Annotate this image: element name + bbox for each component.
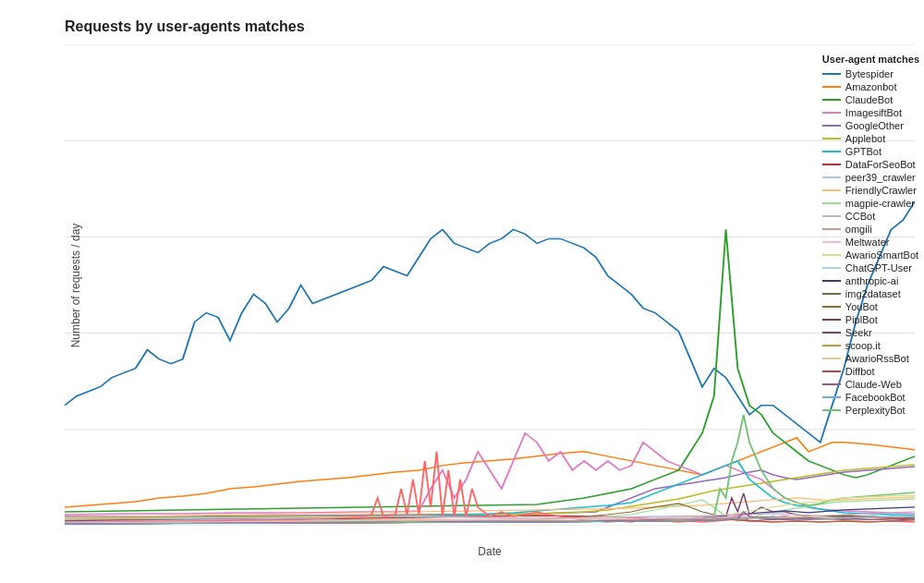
- x-axis-label: Date: [478, 545, 501, 558]
- legend-item: Bytespider: [822, 68, 919, 79]
- line-imagesiftbot: [65, 433, 915, 515]
- line-googleother: [65, 467, 915, 516]
- legend-item: AwarioRssBot: [822, 353, 919, 364]
- legend-item: GPTBot: [822, 146, 919, 157]
- legend-item: Meltwater: [822, 237, 919, 248]
- legend-item: AwarioSmartBot: [822, 249, 919, 261]
- chart-container: Requests by user-agents matches Number o…: [0, 0, 924, 583]
- legend-item: ClaudeBot: [822, 94, 919, 105]
- chart-area: Number of requests / day 0 5000 10000 15…: [65, 44, 915, 526]
- line-amazonbot: [65, 438, 915, 507]
- legend-title: User-agent matches: [822, 54, 919, 65]
- main-chart: 0 5000 10000 15000 20000 25000 Jul 2023 …: [65, 44, 915, 526]
- legend-item: magpie-crawler: [822, 198, 919, 209]
- legend-item: Diffbot: [822, 366, 919, 377]
- legend-item: Seekr: [822, 327, 919, 338]
- legend-item: PiplBot: [822, 314, 919, 325]
- y-axis-label: Number of requests / day: [69, 223, 82, 347]
- legend-item: peer39_crawler: [822, 172, 919, 183]
- chart-legend: User-agent matches Bytespider Amazonbot …: [822, 54, 919, 418]
- legend-item: ImagesiftBot: [822, 107, 919, 118]
- legend-item: Claude-Web: [822, 379, 919, 390]
- chart-title: Requests by user-agents matches: [65, 18, 915, 35]
- legend-item: scoop.it: [822, 340, 919, 351]
- legend-item: anthropic-ai: [822, 275, 919, 286]
- legend-item: FacebookBot: [822, 392, 919, 403]
- legend-item: ChatGPT-User: [822, 262, 919, 273]
- legend-item: CCBot: [822, 211, 919, 222]
- legend-item: img2dataset: [822, 288, 919, 299]
- legend-item: FriendlyCrawler: [822, 185, 919, 196]
- legend-item: PerplexityBot: [822, 405, 919, 416]
- legend-item: Amazonbot: [822, 81, 919, 92]
- line-bytespider: [65, 201, 915, 443]
- legend-item: omgili: [822, 224, 919, 235]
- legend-item: YouBot: [822, 301, 919, 312]
- legend-item: DataForSeoBot: [822, 159, 919, 170]
- legend-item: Applebot: [822, 133, 919, 144]
- legend-item: GoogleOther: [822, 120, 919, 131]
